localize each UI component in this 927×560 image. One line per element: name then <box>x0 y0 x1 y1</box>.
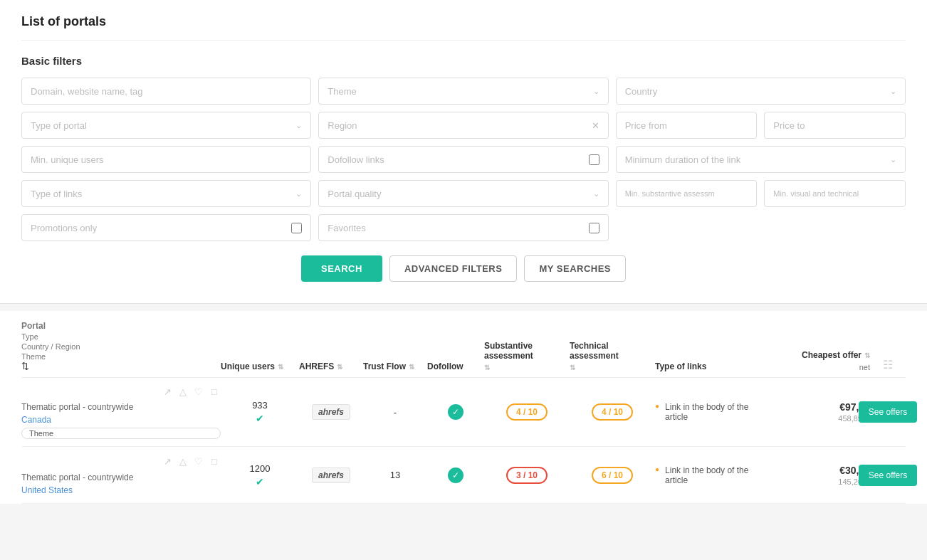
portal-type-chevron-icon: ⌄ <box>295 121 302 130</box>
see-offers-button-2[interactable]: See offers <box>859 465 917 486</box>
th-type-links[interactable]: Type of links <box>655 361 756 371</box>
substantive-score-2: 3 / 10 <box>506 467 548 484</box>
triangle-icon-2[interactable]: △ <box>177 455 189 468</box>
portal-actions-1: ↗ △ ♡ □ <box>21 385 221 398</box>
trust-flow-cell-2: 13 <box>363 470 427 480</box>
promotions-checkbox[interactable] <box>291 223 302 233</box>
trust-flow-value-2: 13 <box>390 470 400 480</box>
th-unique-users[interactable]: Unique users ⇅ <box>221 361 299 371</box>
portal-quality-label: Portal quality <box>328 189 381 199</box>
portal-type-dropdown[interactable]: Type of portal ⌄ <box>21 112 311 139</box>
favorites-filter[interactable]: Favorites <box>318 214 608 241</box>
dofollow-cell-1: ✓ <box>427 404 484 420</box>
th-dofollow[interactable]: Dofollow <box>427 361 484 371</box>
th-type-links-label: Type of links <box>655 361 706 371</box>
portal-type-label: Type of portal <box>31 120 87 131</box>
portal-sort-icon: ⇅ <box>21 361 29 371</box>
th-dofollow-label: Dofollow <box>427 361 464 371</box>
external-link-icon[interactable]: ↗ <box>161 385 174 398</box>
dofollow-check-icon-1: ✓ <box>448 404 464 420</box>
type-links-chevron-icon: ⌄ <box>295 189 302 199</box>
th-portal-sub1: Type <box>21 332 221 341</box>
th-portal[interactable]: Portal Type Country / Region Theme ⇅ <box>21 321 221 371</box>
table-row: ↗ △ ♡ □ Thematic portal - countrywide Un… <box>21 447 906 504</box>
unique-users-value-1: 933 <box>252 400 268 411</box>
min-users-input[interactable] <box>21 146 311 173</box>
min-visual-input[interactable] <box>764 180 906 207</box>
portal-country-2[interactable]: United States <box>21 485 221 495</box>
ahrefs-badge-1: ahrefs <box>312 404 350 420</box>
dofollow-filter[interactable]: Dofollow links <box>318 146 608 173</box>
min-duration-chevron-icon: ⌄ <box>890 155 896 164</box>
theme-label: Theme <box>328 86 356 97</box>
portal-country-1[interactable]: Canada <box>21 415 221 425</box>
th-cheapest-net: net <box>859 363 870 371</box>
my-searches-button[interactable]: MY SEARCHES <box>524 255 626 282</box>
unique-users-sort-icon: ⇅ <box>278 363 283 371</box>
region-label: Region <box>328 120 357 131</box>
th-cheapest-offer[interactable]: Cheapest offer ⇅ net <box>756 350 870 371</box>
portal-cell-2: ↗ △ ♡ □ Thematic portal - countrywide Un… <box>21 455 221 495</box>
th-substantive[interactable]: Substantive assessment ⇅ <box>484 341 570 371</box>
triangle-icon[interactable]: △ <box>177 385 189 398</box>
link-type-value-1: Link in the body of the article <box>665 402 756 422</box>
grid-view-icon[interactable]: ☷ <box>883 358 893 371</box>
technical-score-1: 4 / 10 <box>592 403 633 421</box>
price-to-text[interactable] <box>773 120 896 131</box>
portal-theme-1[interactable]: Theme <box>21 428 221 439</box>
portal-type-1: Thematic portal - countrywide <box>21 402 221 412</box>
dofollow-label: Dofollow links <box>328 154 582 165</box>
verified-icon-1: ✔ <box>256 413 264 424</box>
country-dropdown[interactable]: Country ⌄ <box>616 78 906 105</box>
theme-dropdown[interactable]: Theme ⌄ <box>318 78 608 105</box>
price-from-input[interactable] <box>616 112 758 139</box>
cheapest-cell-2: €30,98 145,26 zł <box>756 465 870 486</box>
dofollow-check-icon-2: ✓ <box>448 467 464 483</box>
see-offers-button-1[interactable]: See offers <box>859 401 917 423</box>
th-ahrefs-label: AHREFS <box>299 361 334 371</box>
technical-cell-2: 6 / 10 <box>570 467 655 484</box>
trust-flow-cell-1: - <box>363 407 427 418</box>
heart-icon[interactable]: ♡ <box>192 385 205 398</box>
verified-icon-2: ✔ <box>256 476 264 487</box>
unique-users-cell-1: 933 ✔ <box>221 400 299 424</box>
compare-icon[interactable]: □ <box>208 385 221 398</box>
domain-text-input[interactable] <box>31 86 302 97</box>
promotions-filter[interactable]: Promotions only <box>21 214 311 241</box>
th-portal-label: Portal <box>21 321 221 331</box>
price-from-text[interactable] <box>625 120 748 131</box>
dofollow-cell-2: ✓ <box>427 467 484 483</box>
min-duration-dropdown[interactable]: Minimum duration of the link ⌄ <box>616 146 906 173</box>
heart-icon-2[interactable]: ♡ <box>192 455 205 468</box>
country-label: Country <box>625 86 658 97</box>
region-input[interactable]: Region ✕ <box>318 112 608 139</box>
technical-cell-1: 4 / 10 <box>570 403 655 421</box>
domain-input[interactable] <box>21 78 311 105</box>
type-links-dropdown[interactable]: Type of links ⌄ <box>21 180 311 207</box>
favorites-checkbox[interactable] <box>589 223 599 233</box>
portal-actions-2: ↗ △ ♡ □ <box>21 455 221 468</box>
th-technical[interactable]: Technical assessment ⇅ <box>570 341 655 371</box>
link-type-dot-1: ● <box>655 402 659 410</box>
compare-icon-2[interactable]: □ <box>208 455 221 468</box>
link-type-value-2: Link in the body of the article <box>665 465 756 485</box>
price-to-input[interactable] <box>764 112 906 139</box>
advanced-filters-button[interactable]: ADVANCED FILTERS <box>389 255 518 282</box>
dofollow-checkbox[interactable] <box>589 154 599 165</box>
th-trust-flow[interactable]: Trust Flow ⇅ <box>363 361 427 371</box>
min-users-text[interactable] <box>31 154 302 165</box>
search-button[interactable]: SEARCH <box>301 255 382 282</box>
min-substantive-text[interactable] <box>625 189 748 198</box>
min-substantive-input[interactable] <box>616 180 758 207</box>
min-visual-text[interactable] <box>773 189 896 198</box>
th-unique-users-label: Unique users <box>221 361 275 371</box>
th-ahrefs[interactable]: AHREFS ⇅ <box>299 361 363 371</box>
th-grid-view[interactable]: ☷ <box>870 358 906 371</box>
portal-quality-dropdown[interactable]: Portal quality ⌄ <box>318 180 608 207</box>
cheapest-cell-1: €97,87 458,85 zł <box>756 401 870 423</box>
see-offers-cell-1: See offers <box>870 401 906 423</box>
external-link-icon-2[interactable]: ↗ <box>161 455 174 468</box>
region-clear-icon[interactable]: ✕ <box>592 120 599 131</box>
table-header: Portal Type Country / Region Theme ⇅ Uni… <box>21 311 906 378</box>
table-row: ↗ △ ♡ □ Thematic portal - countrywide Ca… <box>21 378 906 447</box>
